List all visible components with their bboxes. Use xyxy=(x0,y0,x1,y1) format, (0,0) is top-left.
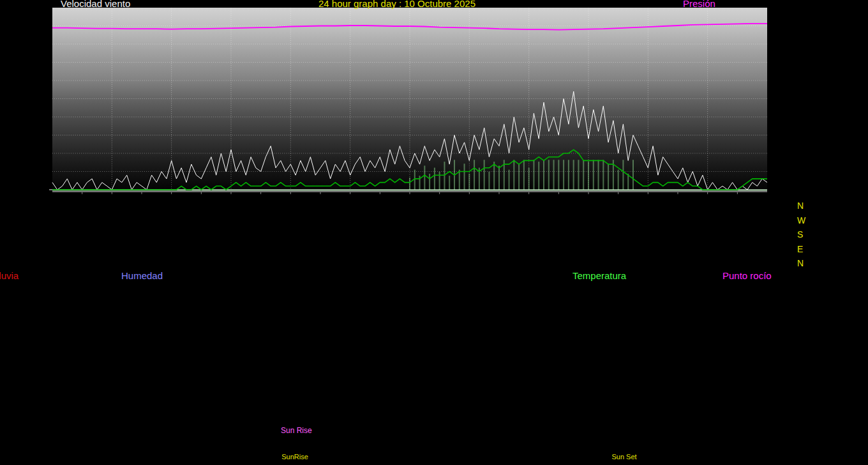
rain-label: lluvia xyxy=(0,270,19,281)
compass-letter-s-180: S xyxy=(797,229,803,240)
dew-point-label: Punto rocío xyxy=(722,270,772,281)
bottom-chart-legend: lluvia Humedad Temperatura Punto rocío xyxy=(0,270,868,284)
compass-letter-n-360: N xyxy=(797,201,804,211)
weather-graph-page: { "header": { "left_label": "Velocidad v… xyxy=(0,0,868,465)
temperature-label: Temperatura xyxy=(572,270,626,281)
charts-canvas xyxy=(0,0,868,465)
compass-letter-n-0: N xyxy=(797,258,804,268)
compass-letter-w-270: W xyxy=(797,215,805,225)
graph-stage: Velocidad viento 24 hour graph day : 10 … xyxy=(0,0,868,465)
wind-pressure-panel xyxy=(49,8,767,194)
compass-letter-e-90: E xyxy=(797,244,803,254)
humidity-label: Humedad xyxy=(121,270,163,281)
